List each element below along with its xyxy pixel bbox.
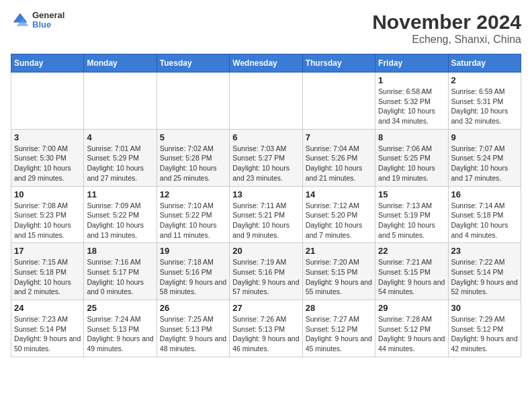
day-number: 11 [87,189,153,199]
day-info: Sunrise: 7:23 AMSunset: 5:14 PMDaylight:… [14,314,81,354]
day-number: 13 [232,189,299,199]
col-tuesday: Tuesday [157,54,229,73]
day-info: Sunrise: 7:07 AMSunset: 5:24 PMDaylight:… [451,144,518,183]
calendar-cell: 26Sunrise: 7:25 AMSunset: 5:13 PMDayligh… [157,300,229,357]
day-number: 12 [160,189,226,199]
calendar-cell: 12Sunrise: 7:10 AMSunset: 5:22 PMDayligh… [157,186,229,243]
day-number: 22 [378,246,445,256]
calendar-cell: 6Sunrise: 7:03 AMSunset: 5:27 PMDaylight… [230,129,302,186]
day-info: Sunrise: 6:58 AMSunset: 5:32 PMDaylight:… [378,87,445,126]
calendar-cell: 3Sunrise: 7:00 AMSunset: 5:30 PMDaylight… [11,129,84,186]
day-info: Sunrise: 7:04 AMSunset: 5:26 PMDaylight:… [306,144,372,183]
day-info: Sunrise: 7:13 AMSunset: 5:19 PMDaylight:… [378,201,445,240]
calendar-cell: 14Sunrise: 7:12 AMSunset: 5:20 PMDayligh… [302,186,375,243]
day-info: Sunrise: 7:14 AMSunset: 5:18 PMDaylight:… [451,201,518,240]
calendar-week-3: 10Sunrise: 7:08 AMSunset: 5:23 PMDayligh… [11,186,521,243]
day-info: Sunrise: 7:11 AMSunset: 5:21 PMDaylight:… [232,201,299,240]
calendar-week-1: 1Sunrise: 6:58 AMSunset: 5:32 PMDaylight… [11,73,521,130]
day-number: 24 [14,303,81,313]
day-number: 1 [378,75,445,85]
calendar-cell [11,73,84,130]
calendar-week-2: 3Sunrise: 7:00 AMSunset: 5:30 PMDaylight… [11,129,521,186]
day-info: Sunrise: 7:15 AMSunset: 5:18 PMDaylight:… [14,257,81,297]
day-number: 10 [14,189,81,199]
calendar-cell: 25Sunrise: 7:24 AMSunset: 5:13 PMDayligh… [84,300,157,357]
logo-line2: Blue [32,20,64,30]
day-number: 15 [378,189,445,199]
day-info: Sunrise: 7:00 AMSunset: 5:30 PMDaylight:… [14,144,81,183]
day-number: 2 [451,75,518,85]
calendar-subtitle: Echeng, Shanxi, China [372,34,521,46]
page-header: General Blue November 2024 Echeng, Shanx… [11,11,521,46]
day-info: Sunrise: 7:28 AMSunset: 5:12 PMDaylight:… [378,314,445,354]
day-info: Sunrise: 7:09 AMSunset: 5:22 PMDaylight:… [87,201,153,240]
day-number: 28 [306,303,372,313]
calendar-table: Sunday Monday Tuesday Wednesday Thursday… [11,54,521,357]
day-number: 9 [451,132,518,142]
calendar-cell: 2Sunrise: 6:59 AMSunset: 5:31 PMDaylight… [448,73,521,130]
calendar-cell: 9Sunrise: 7:07 AMSunset: 5:24 PMDaylight… [448,129,521,186]
calendar-cell: 1Sunrise: 6:58 AMSunset: 5:32 PMDaylight… [375,73,448,130]
day-number: 16 [451,189,518,199]
day-info: Sunrise: 7:25 AMSunset: 5:13 PMDaylight:… [160,314,226,354]
day-info: Sunrise: 7:10 AMSunset: 5:22 PMDaylight:… [160,201,226,240]
logo-text: General Blue [32,11,64,30]
calendar-cell: 16Sunrise: 7:14 AMSunset: 5:18 PMDayligh… [448,186,521,243]
calendar-cell: 13Sunrise: 7:11 AMSunset: 5:21 PMDayligh… [230,186,302,243]
calendar-cell [302,73,375,130]
day-info: Sunrise: 7:19 AMSunset: 5:16 PMDaylight:… [232,257,299,297]
calendar-cell: 17Sunrise: 7:15 AMSunset: 5:18 PMDayligh… [11,243,84,300]
day-info: Sunrise: 6:59 AMSunset: 5:31 PMDaylight:… [451,87,518,126]
calendar-cell: 22Sunrise: 7:21 AMSunset: 5:15 PMDayligh… [375,243,448,300]
col-sunday: Sunday [11,54,84,73]
calendar-cell: 23Sunrise: 7:22 AMSunset: 5:14 PMDayligh… [448,243,521,300]
calendar-cell: 20Sunrise: 7:19 AMSunset: 5:16 PMDayligh… [230,243,302,300]
day-info: Sunrise: 7:12 AMSunset: 5:20 PMDaylight:… [306,201,372,240]
day-number: 3 [14,132,81,142]
day-number: 6 [232,132,299,142]
day-info: Sunrise: 7:22 AMSunset: 5:14 PMDaylight:… [451,257,518,297]
day-info: Sunrise: 7:21 AMSunset: 5:15 PMDaylight:… [378,257,445,297]
calendar-cell [157,73,229,130]
day-info: Sunrise: 7:08 AMSunset: 5:23 PMDaylight:… [14,201,81,240]
day-info: Sunrise: 7:03 AMSunset: 5:27 PMDaylight:… [232,144,299,183]
day-number: 18 [87,246,153,256]
day-number: 14 [306,189,372,199]
header-row: Sunday Monday Tuesday Wednesday Thursday… [11,54,521,73]
calendar-title: November 2024 [372,11,521,34]
calendar-cell: 11Sunrise: 7:09 AMSunset: 5:22 PMDayligh… [84,186,157,243]
day-number: 5 [160,132,226,142]
day-number: 25 [87,303,153,313]
day-number: 21 [306,246,372,256]
day-info: Sunrise: 7:18 AMSunset: 5:16 PMDaylight:… [160,257,226,297]
day-info: Sunrise: 7:01 AMSunset: 5:29 PMDaylight:… [87,144,153,183]
calendar-cell: 8Sunrise: 7:06 AMSunset: 5:25 PMDaylight… [375,129,448,186]
logo-icon [11,11,30,30]
col-monday: Monday [84,54,157,73]
col-wednesday: Wednesday [230,54,302,73]
day-number: 29 [378,303,445,313]
col-thursday: Thursday [302,54,375,73]
day-info: Sunrise: 7:06 AMSunset: 5:25 PMDaylight:… [378,144,445,183]
day-number: 8 [378,132,445,142]
calendar-header: Sunday Monday Tuesday Wednesday Thursday… [11,54,521,73]
day-number: 26 [160,303,226,313]
calendar-week-5: 24Sunrise: 7:23 AMSunset: 5:14 PMDayligh… [11,300,521,357]
calendar-cell: 27Sunrise: 7:26 AMSunset: 5:13 PMDayligh… [230,300,302,357]
calendar-cell: 10Sunrise: 7:08 AMSunset: 5:23 PMDayligh… [11,186,84,243]
logo-line1: General [32,11,64,20]
calendar-cell [84,73,157,130]
day-info: Sunrise: 7:02 AMSunset: 5:28 PMDaylight:… [160,144,226,183]
calendar-cell: 28Sunrise: 7:27 AMSunset: 5:12 PMDayligh… [302,300,375,357]
day-number: 27 [232,303,299,313]
calendar-week-4: 17Sunrise: 7:15 AMSunset: 5:18 PMDayligh… [11,243,521,300]
day-number: 30 [451,303,518,313]
day-info: Sunrise: 7:27 AMSunset: 5:12 PMDaylight:… [306,314,372,354]
col-saturday: Saturday [448,54,521,73]
calendar-cell: 30Sunrise: 7:29 AMSunset: 5:12 PMDayligh… [448,300,521,357]
day-number: 19 [160,246,226,256]
logo: General Blue [11,11,64,30]
calendar-cell: 7Sunrise: 7:04 AMSunset: 5:26 PMDaylight… [302,129,375,186]
calendar-cell: 19Sunrise: 7:18 AMSunset: 5:16 PMDayligh… [157,243,229,300]
day-info: Sunrise: 7:20 AMSunset: 5:15 PMDaylight:… [306,257,372,297]
